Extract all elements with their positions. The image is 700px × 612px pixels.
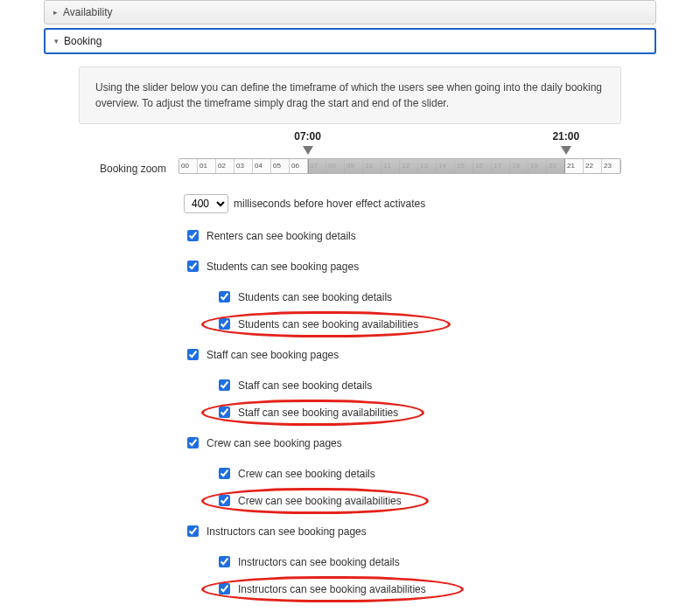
instructors-pages-checkbox[interactable] [187,525,199,537]
hour-cell: 22 [584,159,602,173]
renters-details-checkbox[interactable] [187,230,199,241]
instructors-pages-label: Instructors can see booking pages [206,525,367,538]
hover-delay-unit: milliseconds before hover effect activat… [234,198,425,210]
hour-cell: 23 [602,159,620,173]
hour-cell: 21 [565,159,584,173]
booking-zoom-slider[interactable]: 07:00 21:00 0001020304050607080910111213… [178,158,621,174]
accordion-availability[interactable]: ▸ Availability [44,0,656,24]
slider-handle-end[interactable] [561,146,571,155]
chevron-right-icon: ▸ [53,8,58,17]
instructors-details-checkbox[interactable] [219,556,230,567]
staff-avail-label: Staff can see booking availabilities [238,407,398,419]
staff-pages-checkbox[interactable] [187,349,199,360]
hour-cell: 01 [198,159,216,173]
staff-details-checkbox[interactable] [219,379,230,391]
instructors-details-label: Instructors can see booking details [238,556,400,568]
hour-cell: 03 [234,159,253,173]
students-avail-label: Students can see booking availabilities [238,318,418,330]
crew-pages-label: Crew can see booking pages [206,437,342,449]
students-details-label: Students can see booking details [238,291,392,303]
slider-end-time: 21:00 [552,130,579,143]
staff-details-label: Staff can see booking details [238,379,372,392]
staff-avail-checkbox[interactable] [219,407,230,418]
staff-pages-label: Staff can see booking pages [206,349,339,361]
hour-cell: 00 [179,159,198,173]
slider-range-overlay [308,159,565,173]
slider-handle-start[interactable] [303,146,313,155]
renters-details-label: Renters can see booking details [206,230,356,242]
crew-details-label: Crew can see booking details [238,468,375,480]
hour-track: 0001020304050607080910111213141516171819… [178,158,621,174]
accordion-booking[interactable]: ▾ Booking [44,28,656,54]
chevron-down-icon: ▾ [54,37,59,45]
instructors-avail-checkbox[interactable] [219,583,230,595]
booking-zoom-label: Booking zoom [79,157,166,175]
students-details-checkbox[interactable] [219,291,230,303]
students-avail-checkbox[interactable] [219,318,230,330]
hour-cell: 06 [290,159,308,173]
hour-cell: 02 [216,159,234,173]
hover-delay-select[interactable]: 400 [184,194,228,213]
crew-avail-label: Crew can see booking availabilities [238,495,402,507]
students-pages-checkbox[interactable] [187,261,199,272]
accordion-booking-label: Booking [64,35,102,47]
help-text: Using the slider below you can define th… [79,66,621,124]
accordion-availability-label: Availability [63,6,112,18]
hour-cell: 04 [253,159,271,173]
students-pages-label: Students can see booking pages [206,261,359,273]
crew-details-checkbox[interactable] [219,468,230,479]
instructors-avail-label: Instructors can see booking availabiliti… [238,583,426,595]
slider-start-time: 07:00 [294,130,321,143]
crew-avail-checkbox[interactable] [219,495,230,506]
crew-pages-checkbox[interactable] [187,437,199,449]
hour-cell: 05 [271,159,290,173]
